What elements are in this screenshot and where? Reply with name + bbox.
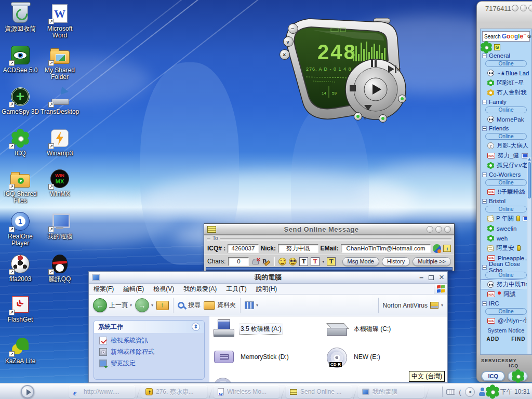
desktop-icon-gamespy-3d[interactable]: ↗GameSpy 3D xyxy=(1,86,39,115)
online-divider[interactable]: Online xyxy=(485,308,527,315)
icq-group-6[interactable]: IRC xyxy=(481,299,531,308)
icq-titlebar[interactable]: 7176411 xyxy=(477,2,532,15)
desktop-icon-my-shared-folder[interactable]: ↗My Shared Folder xyxy=(41,44,79,81)
icq-menu-button[interactable]: ICQ xyxy=(481,371,505,381)
close-button[interactable] xyxy=(444,226,451,233)
repeat-led-button[interactable] xyxy=(398,95,406,103)
desktop-icon-fifa2003[interactable]: ↗fifa2003 xyxy=(1,253,39,283)
desktop-icon-icq[interactable]: ↗ICQ xyxy=(1,127,39,157)
player-minimize-button[interactable]: − xyxy=(288,24,298,34)
folders-button[interactable]: 資料夾 xyxy=(204,301,236,310)
sound-off-icon[interactable] xyxy=(251,258,259,265)
contact-3-0[interactable]: !!子華粉絲 xyxy=(481,187,531,197)
white-pages-icon[interactable] xyxy=(433,244,441,253)
maximize-button[interactable] xyxy=(435,226,442,233)
messenger-icon[interactable] xyxy=(478,388,486,396)
forward-button[interactable] xyxy=(135,298,153,312)
history-button[interactable]: History xyxy=(382,257,410,266)
contact-4-0[interactable]: P 年關 xyxy=(481,214,531,223)
user-details-icon[interactable] xyxy=(443,245,451,252)
status-flower-button[interactable] xyxy=(508,371,528,381)
menu-item-1[interactable]: 編輯(E) xyxy=(118,285,149,294)
online-divider[interactable]: Online xyxy=(485,133,527,140)
contact-4-3[interactable]: 阿里安 xyxy=(481,243,531,253)
icq-number-field[interactable]: 4260037 xyxy=(228,244,258,253)
icq-group-3[interactable]: Co-Workers xyxy=(481,170,531,179)
contact-0-2[interactable]: 冇人會對我 xyxy=(481,88,531,98)
contact-2-1[interactable]: 努力_健 xyxy=(481,151,531,161)
minimize-button[interactable] xyxy=(512,5,518,11)
my-icq-button[interactable]: MY ICQ xyxy=(509,358,528,368)
player-close-button[interactable]: × xyxy=(280,50,290,60)
menu-item-5[interactable]: 說明(H) xyxy=(251,285,282,294)
services-button[interactable]: SERVICES xyxy=(481,358,509,368)
background-color-icon[interactable] xyxy=(327,257,336,266)
maximize-button[interactable] xyxy=(520,5,527,11)
maximize-button[interactable] xyxy=(429,275,434,280)
online-divider[interactable]: Online xyxy=(485,206,527,212)
desktop-icon-realone-player[interactable]: ↗RealOne Player xyxy=(1,210,39,247)
desktop-icon-flashget[interactable]: ↗FlashGet xyxy=(1,294,39,323)
google-go-button[interactable]: GO xyxy=(527,34,532,39)
taskbar-item-4[interactable]: 我的電腦 xyxy=(358,385,424,398)
add-button[interactable]: ADD xyxy=(486,336,499,342)
back-button[interactable]: 上一頁 xyxy=(93,298,132,312)
clock[interactable]: 下午 10:31 xyxy=(500,388,530,396)
desktop-icon-winmx[interactable]: ↗WinMX xyxy=(41,168,79,197)
drive-item-0[interactable]: 3.5 軟碟機 (A:) xyxy=(214,320,283,338)
taskbar-item-1[interactable]: 276. 蔡永康... xyxy=(141,385,207,398)
forward-dropdown-icon[interactable] xyxy=(151,303,153,308)
task-link-sysinfo[interactable]: 檢視系統資訊 xyxy=(99,336,199,345)
contact-0-0[interactable]: ~★Blue Lad xyxy=(481,68,531,78)
taskbar-item-0[interactable]: http://www.... xyxy=(69,385,135,398)
taskbar-item-3[interactable]: Send Online ... xyxy=(286,385,352,398)
drive-item-3[interactable]: CD-RNEW (E:) xyxy=(327,348,381,366)
norton-dropdown-icon[interactable] xyxy=(441,303,443,308)
font-color-icon[interactable] xyxy=(311,257,320,266)
menu-item-3[interactable]: 我的最愛(A) xyxy=(179,285,221,294)
spell-check-icon[interactable] xyxy=(262,258,270,265)
eject-led-button[interactable] xyxy=(354,113,362,121)
online-divider[interactable]: Online xyxy=(485,179,527,186)
partial-drive-icon[interactable] xyxy=(214,378,232,383)
send-window-titlebar[interactable]: Send Online Message xyxy=(204,224,454,235)
player-shade-button[interactable]: v xyxy=(284,37,294,47)
icq-status-flower-icon[interactable] xyxy=(484,44,489,50)
back-dropdown-icon[interactable] xyxy=(130,303,132,308)
contact-4-2[interactable]: weh xyxy=(481,233,531,243)
icq-tray-icon[interactable] xyxy=(489,389,496,395)
shuffle-led-button[interactable] xyxy=(379,115,387,123)
multiple-button[interactable]: Multiple >> xyxy=(413,257,451,266)
desktop-icon-tencent-qq[interactable]: ↗騰訊QQ xyxy=(41,253,79,283)
menu-item-2[interactable]: 檢視(V) xyxy=(149,285,179,294)
desktop-icon-recycle-bin[interactable]: 資源回收筒 xyxy=(1,3,39,32)
minimize-button[interactable] xyxy=(419,274,423,281)
drive-item-1[interactable]: 本機磁碟 (C:) xyxy=(327,320,392,338)
start-button[interactable] xyxy=(21,385,34,398)
text-style-icon[interactable] xyxy=(299,257,308,266)
email-field[interactable]: ChanHoTinTim@Hotmail.com xyxy=(341,244,431,253)
find-button[interactable]: FIND xyxy=(511,336,525,342)
desktop-icon-transdesktop[interactable]: ↗TransDesktop xyxy=(41,86,79,115)
my-computer-titlebar[interactable]: 我的電腦 xyxy=(89,272,447,284)
desktop-icon-microsoft-word[interactable]: ↗Microsoft Word xyxy=(41,3,79,39)
search-button[interactable]: 搜尋 xyxy=(178,301,201,310)
contact-1-0[interactable]: MornePak xyxy=(481,114,531,124)
stop-button[interactable] xyxy=(350,85,356,91)
desktop-icon-winamp3[interactable]: ↗Winamp3 xyxy=(41,127,79,157)
collapse-panel-button[interactable] xyxy=(192,323,200,331)
taskbar-item-2[interactable]: Wireless Mo... xyxy=(214,385,280,398)
menu-item-4[interactable]: 工具(T) xyxy=(221,285,251,294)
desktop-icon-my-computer[interactable]: ↗我的電腦 xyxy=(41,210,79,240)
emoticons-icon[interactable] xyxy=(278,258,286,265)
desktop-icon-acdsee[interactable]: ↗ACDSee 5.0 xyxy=(1,44,39,74)
icq-group-5[interactable]: Dean Close Scho xyxy=(481,263,531,271)
online-divider[interactable]: Online xyxy=(485,107,527,113)
icq-group-2[interactable]: Friends xyxy=(481,124,531,132)
more-emoticons-icon[interactable] xyxy=(289,258,297,265)
drive-item-2[interactable]: MemoryStick (D:) xyxy=(214,348,290,366)
online-divider[interactable]: Online xyxy=(485,60,527,67)
task-link-addremove[interactable]: 新增或移除程式 xyxy=(99,348,199,356)
menu-item-0[interactable]: 檔案(F) xyxy=(89,285,118,294)
volume-icon[interactable] xyxy=(465,387,475,397)
